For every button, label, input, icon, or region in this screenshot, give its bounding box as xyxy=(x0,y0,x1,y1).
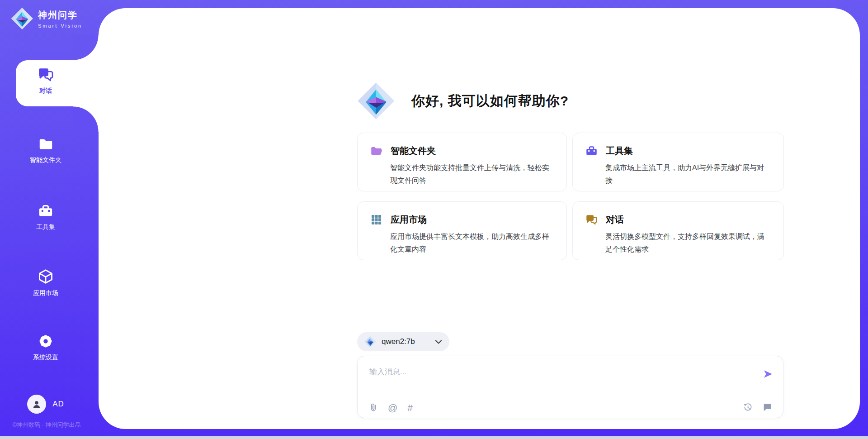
comment-icon xyxy=(763,403,772,412)
sidebar-item-label: 对话 xyxy=(39,87,52,95)
greeting-text: 你好, 我可以如何帮助你? xyxy=(411,92,569,110)
main-content-panel: 你好, 我可以如何帮助你? 智能文件夹 智能文件夹功能支持批量文件上传与清洗，轻… xyxy=(99,8,860,429)
avatar xyxy=(27,395,46,414)
sidebar-item-app-market[interactable]: 应用市场 xyxy=(0,268,91,297)
folder-open-icon xyxy=(370,145,382,157)
sidebar-item-settings[interactable]: 系统设置 xyxy=(0,334,91,362)
card-app-market[interactable]: 应用市场 应用市场提供丰富长文本模板，助力高效生成多样化文章内容 xyxy=(357,201,567,260)
cube-icon xyxy=(38,268,54,285)
window-bottom-edge xyxy=(0,436,868,439)
card-head: 对话 xyxy=(585,214,771,226)
at-icon: @ xyxy=(388,403,397,412)
sidebar: 神州问学 Smart Vision 对话 智能文件夹 工具集 应用市场 系统设置… xyxy=(0,0,99,439)
card-title: 应用市场 xyxy=(391,214,427,226)
brand-text: 神州问学 Smart Vision xyxy=(38,9,82,29)
sidebar-item-label: 工具集 xyxy=(36,223,55,231)
sidebar-item-label: 应用市场 xyxy=(33,289,58,297)
card-chat[interactable]: 对话 灵活切换多模型文件，支持多样回复效果调试，满足个性化需求 xyxy=(572,201,784,260)
assistant-gem-icon xyxy=(357,82,395,120)
card-toolkit[interactable]: 工具集 集成市场上主流工具，助力AI与外界无缝扩展与对接 xyxy=(572,133,784,191)
feature-cards-grid: 智能文件夹 智能文件夹功能支持批量文件上传与清洗，轻松实现文件问答 工具集 集成… xyxy=(357,133,784,260)
card-head: 应用市场 xyxy=(370,214,554,226)
toolbox-icon xyxy=(38,203,53,219)
sidebar-item-toolkit[interactable]: 工具集 xyxy=(0,203,91,231)
card-description: 智能文件夹功能支持批量文件上传与清洗，轻松实现文件问答 xyxy=(390,162,554,187)
copyright-footer: ©神州数码 · 神州问学出品 xyxy=(0,421,93,429)
app-background: { "brand": { "name": "神州问学", "tagline": … xyxy=(0,0,868,439)
send-button[interactable] xyxy=(763,369,773,379)
mention-button[interactable]: @ xyxy=(388,403,397,412)
card-title: 对话 xyxy=(606,214,624,226)
card-head: 智能文件夹 xyxy=(370,145,554,157)
person-icon xyxy=(31,398,42,410)
grid-icon xyxy=(370,214,382,226)
card-description: 应用市场提供丰富长文本模板，助力高效生成多样化文章内容 xyxy=(390,230,554,256)
model-name: qwen2:7b xyxy=(382,337,429,346)
greeting-block: 你好, 我可以如何帮助你? xyxy=(357,82,569,120)
logo-gem-icon xyxy=(11,7,33,30)
sidebar-item-label: 系统设置 xyxy=(33,353,58,362)
composer-divider xyxy=(358,398,783,398)
sidebar-item-label: 智能文件夹 xyxy=(30,156,61,164)
paperclip-icon xyxy=(369,403,378,412)
card-description: 集成市场上主流工具，助力AI与外界无缝扩展与对接 xyxy=(605,162,771,187)
model-gem-icon xyxy=(364,336,376,348)
chevron-down-icon xyxy=(435,340,442,344)
folder-icon xyxy=(38,137,53,152)
card-smart-folder[interactable]: 智能文件夹 智能文件夹功能支持批量文件上传与清洗，轻松实现文件问答 xyxy=(357,133,567,191)
attach-file-button[interactable] xyxy=(369,403,378,412)
message-input[interactable] xyxy=(369,365,749,379)
brand-tagline: Smart Vision xyxy=(38,23,82,29)
card-head: 工具集 xyxy=(585,145,771,157)
model-selector[interactable]: qwen2:7b xyxy=(357,332,449,351)
card-title: 工具集 xyxy=(606,145,633,157)
sidebar-item-smart-folder[interactable]: 智能文件夹 xyxy=(0,137,91,164)
message-composer: @ # xyxy=(357,356,783,418)
gear-icon xyxy=(38,334,53,349)
topic-button[interactable]: # xyxy=(407,403,413,412)
history-icon xyxy=(743,403,753,412)
nav-inner: 对话 xyxy=(16,60,75,95)
chat-icon xyxy=(38,67,54,83)
conversation-button[interactable] xyxy=(763,403,772,412)
hash-icon: # xyxy=(407,403,413,412)
chat-icon xyxy=(585,214,598,226)
card-description: 灵活切换多模型文件，支持多样回复效果调试，满足个性化需求 xyxy=(605,230,771,256)
user-profile[interactable]: AD xyxy=(0,395,91,414)
user-name: AD xyxy=(52,400,64,409)
card-title: 智能文件夹 xyxy=(391,145,436,157)
composer-toolbar: @ # xyxy=(369,400,772,415)
history-button[interactable] xyxy=(743,403,753,412)
sidebar-item-chat[interactable]: 对话 xyxy=(16,60,99,106)
send-icon xyxy=(763,369,773,379)
toolbox-icon xyxy=(585,145,598,157)
brand-logo: 神州问学 Smart Vision xyxy=(11,7,82,30)
brand-name: 神州问学 xyxy=(38,9,82,21)
